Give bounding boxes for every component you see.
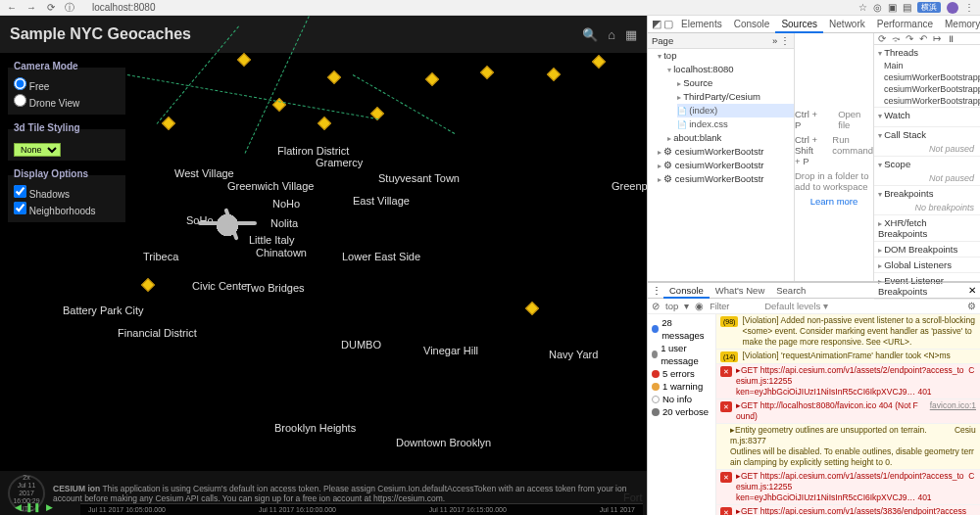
tree-item[interactable]: (index) — [677, 104, 794, 117]
tree-top[interactable]: top localhost:8080 SourceThirdParty/Cesi… — [658, 49, 794, 145]
debugger-section[interactable]: Watch — [874, 108, 980, 127]
geocache-marker[interactable] — [318, 117, 331, 130]
log-levels-select[interactable]: Default levels ▾ — [764, 301, 828, 311]
nav-more-icon[interactable]: » ⋮ — [772, 35, 790, 46]
menu-icon[interactable]: ⋮ — [964, 2, 974, 13]
thread-item[interactable]: cesiumWorkerBootstrapper.js — [874, 83, 980, 95]
address-bar[interactable]: localhost:8080 — [82, 2, 156, 13]
thread-item[interactable]: Main — [874, 60, 980, 71]
geocache-marker[interactable] — [425, 72, 439, 86]
clear-console-icon[interactable]: ⊘ — [652, 301, 660, 311]
debugger-section[interactable]: BreakpointsNo breakpoints — [874, 186, 980, 215]
devtools-tab-performance[interactable]: Performance — [871, 17, 939, 31]
geocache-marker[interactable] — [525, 302, 539, 315]
threads-section[interactable]: Threads MaincesiumWorkerBootstrapper.jsc… — [874, 45, 980, 108]
translate-badge[interactable]: 横浜 — [917, 2, 941, 13]
devtools-tab-sources[interactable]: Sources — [775, 17, 823, 33]
geocache-marker[interactable] — [237, 53, 251, 67]
geocache-marker[interactable] — [327, 70, 341, 84]
devtools-tab-memory[interactable]: Memory — [939, 17, 980, 31]
drawer-menu-icon[interactable]: ⋮ — [652, 285, 662, 296]
neighborhood-label: Greenwich Village — [227, 180, 314, 192]
extension-icon[interactable]: ▣ — [888, 2, 897, 13]
extension-icon[interactable]: ◎ — [873, 2, 882, 13]
geocache-marker[interactable] — [141, 278, 155, 292]
context-selector[interactable]: top — [665, 301, 678, 311]
drawer-tab[interactable]: Console — [663, 284, 710, 299]
debugger-section[interactable]: DOM Breakpoints — [874, 242, 980, 258]
camera-mode-free[interactable]: Free — [14, 77, 120, 94]
debugger-control-icon[interactable]: ⤼ — [892, 33, 900, 44]
message-count-row[interactable]: 20 verbose — [652, 405, 711, 418]
devtools-tab-elements[interactable]: Elements — [675, 17, 728, 31]
sources-editor[interactable]: Ctrl + POpen file Ctrl + Shift + PRun co… — [795, 33, 874, 281]
tree-about-blank[interactable]: about:blank — [667, 131, 794, 145]
console-message[interactable]: ✕▸GET http://localhost:8080/favicon.ico … — [716, 399, 980, 424]
message-count-row[interactable]: 1 user message — [652, 342, 711, 367]
thread-item[interactable]: cesiumWorkerBootstrapper.js — [874, 95, 980, 107]
shadows-checkbox[interactable]: Shadows — [14, 185, 120, 202]
debugger-section[interactable]: ScopeNot paused — [874, 157, 980, 186]
tree-item[interactable]: index.css — [677, 117, 794, 131]
thread-item[interactable]: cesiumWorkerBootstrapper.js — [874, 71, 980, 83]
geocache-marker[interactable] — [592, 55, 606, 69]
tree-worker[interactable]: ⚙ cesiumWorkerBootstr — [658, 145, 794, 159]
eye-icon[interactable]: ◉ — [695, 301, 704, 311]
play-forward-button[interactable]: ▶ — [43, 501, 55, 513]
pause-button[interactable]: ❚❚ — [27, 501, 39, 513]
debugger-section[interactable]: XHR/fetch Breakpoints — [874, 215, 980, 242]
console-message[interactable]: (98)[Violation] Added non-passive event … — [716, 314, 980, 350]
neighborhood-label: West Village — [174, 167, 234, 179]
console-message[interactable]: ▸Entity geometry outlines are unsupporte… — [716, 424, 980, 470]
neighborhoods-checkbox[interactable]: Neighborhoods — [14, 202, 120, 218]
timeline[interactable]: Jul 11 2017 16:05:00.000Jul 11 2017 16:1… — [80, 503, 643, 515]
console-message[interactable]: ✕▸GET https://api.cesium.com/v1/assets/3… — [716, 505, 980, 515]
message-count-row[interactable]: No info — [652, 393, 711, 405]
message-count-row[interactable]: 5 errors — [652, 367, 711, 380]
camera-mode-drone[interactable]: Drone View — [14, 94, 120, 111]
message-count-row[interactable]: 1 warning — [652, 380, 711, 393]
page-tab[interactable]: Page — [652, 35, 673, 46]
display-legend: Display Options — [14, 168, 88, 181]
console-message[interactable]: ✕▸GET https://api.cesium.com/v1/assets/2… — [716, 364, 980, 399]
console-message[interactable]: ✕▸GET https://api.cesium.com/v1/assets/1… — [716, 470, 980, 505]
console-messages[interactable]: (98)[Violation] Added non-passive event … — [716, 314, 980, 515]
debugger-control-icon[interactable]: ↦ — [933, 33, 941, 44]
debugger-control-icon[interactable]: ⏸ — [947, 33, 956, 44]
tree-item[interactable]: Source — [677, 76, 794, 90]
tile-styling-select[interactable]: None — [14, 143, 61, 157]
play-reverse-button[interactable]: ◀ — [12, 501, 24, 513]
debugger-section[interactable]: Global Listeners — [874, 258, 980, 273]
tree-host[interactable]: localhost:8080 SourceThirdParty/Cesium(i… — [667, 63, 794, 131]
filter-input[interactable] — [710, 302, 759, 311]
back-button[interactable]: ← — [6, 2, 18, 13]
message-count-row[interactable]: 28 messages — [652, 316, 711, 342]
console-settings-icon[interactable]: ⚙ — [967, 301, 976, 311]
extension-icon[interactable]: ▤ — [903, 2, 911, 13]
inspect-icon[interactable]: ◩ — [652, 18, 662, 30]
debugger-control-icon[interactable]: ⟳ — [878, 33, 886, 44]
debugger-control-icon[interactable]: ↷ — [906, 33, 913, 44]
cesium-viewer[interactable]: Sample NYC Geocaches 🔍 ⌂ ▦ Camera Mode F… — [0, 16, 647, 515]
tree-worker[interactable]: ⚙ cesiumWorkerBootstr — [658, 172, 794, 186]
star-icon[interactable]: ☆ — [858, 2, 867, 13]
devtools-tab-console[interactable]: Console — [728, 17, 776, 31]
learn-more-link[interactable]: Learn more — [810, 196, 858, 207]
geocache-marker[interactable] — [480, 66, 494, 79]
tree-item[interactable]: ThirdParty/Cesium — [677, 90, 794, 104]
drawer-close-icon[interactable]: ✕ — [968, 285, 976, 296]
debugger-control-icon[interactable]: ↶ — [919, 33, 927, 44]
drawer-tab[interactable]: What's New — [710, 284, 770, 297]
tree-worker[interactable]: ⚙ cesiumWorkerBootstr — [658, 159, 794, 172]
geocache-marker[interactable] — [547, 68, 561, 81]
console-message[interactable]: (14)[Violation] 'requestAnimationFrame' … — [716, 350, 980, 364]
reload-button[interactable]: ⟳ — [45, 2, 57, 13]
debugger-section[interactable]: Call StackNot paused — [874, 127, 980, 157]
profile-avatar[interactable] — [947, 2, 958, 14]
forward-button[interactable]: → — [25, 2, 37, 13]
geocache-marker[interactable] — [162, 117, 175, 130]
drawer-tab[interactable]: Search — [770, 284, 811, 297]
devtools-tab-network[interactable]: Network — [823, 17, 871, 31]
site-info-icon[interactable]: ⓘ — [65, 1, 74, 15]
device-icon[interactable]: ▢ — [663, 18, 673, 30]
